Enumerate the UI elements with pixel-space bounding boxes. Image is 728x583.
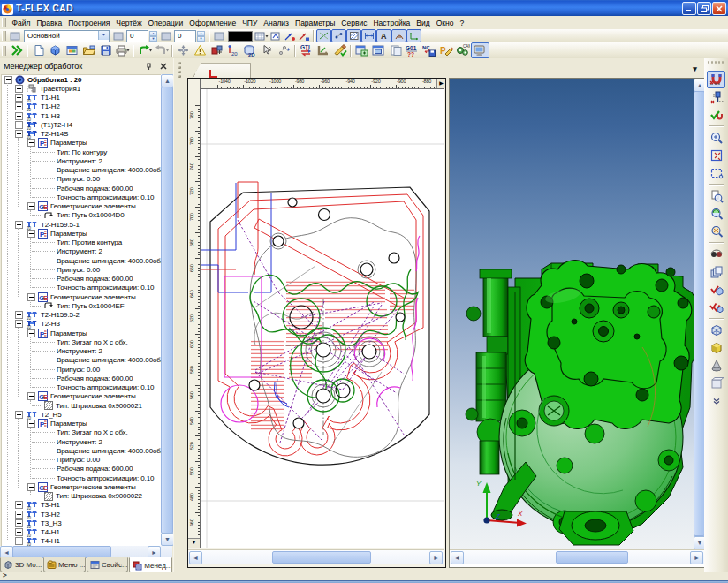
- collapse-icon[interactable]: [15, 221, 23, 229]
- collapse-icon[interactable]: [27, 483, 35, 491]
- view3d-vscrollbar[interactable]: ▲ ▼: [694, 79, 704, 549]
- toggle-nodes-button[interactable]: [331, 29, 346, 42]
- collapse-icon[interactable]: [27, 139, 35, 147]
- tree-hscrollbar[interactable]: ◄ ►: [0, 546, 172, 557]
- nodes-tool-button[interactable]: [276, 43, 292, 57]
- view3d-hscrollbar[interactable]: ◄ ►: [450, 549, 704, 564]
- layers-button[interactable]: [111, 30, 125, 42]
- tree-row[interactable]: 20T4-H1: [2, 528, 162, 537]
- scroll-thumb[interactable]: [161, 87, 173, 534]
- redo-button[interactable]: [153, 43, 170, 57]
- window-preview-button[interactable]: [370, 43, 387, 57]
- expand-icon[interactable]: [15, 537, 23, 545]
- scroll-left-icon[interactable]: ◄: [451, 551, 464, 564]
- assembly-button[interactable]: [209, 43, 225, 57]
- cone-render-button[interactable]: [707, 357, 725, 375]
- tree-row[interactable]: Рабочая подача: 600.00: [2, 465, 162, 473]
- tree-vscrollbar[interactable]: ▲ ▼: [161, 74, 172, 546]
- pin-icon[interactable]: [142, 61, 153, 72]
- page-copy-button[interactable]: [387, 43, 404, 57]
- tree-row[interactable]: Точность аппроксимации: 0.10: [2, 383, 162, 392]
- gears-cam-button[interactable]: CAM: [454, 43, 471, 57]
- expand-icon[interactable]: [15, 121, 23, 129]
- tree-row[interactable]: 20T3-H2: [2, 510, 162, 519]
- tree-row[interactable]: Инструмент: 2: [2, 156, 162, 165]
- tree-row[interactable]: PПараметры: [2, 139, 162, 148]
- snap-apply-button[interactable]: [707, 106, 725, 124]
- menu-?[interactable]: ?: [457, 17, 467, 29]
- toggle-texts-button[interactable]: A: [376, 29, 391, 42]
- tree-row[interactable]: 20T2-H159.5-1: [2, 220, 162, 229]
- panel-close-icon[interactable]: [158, 61, 169, 72]
- tree-row[interactable]: 20T1-H3: [2, 111, 162, 120]
- toggle-dimensions-button[interactable]: [361, 29, 376, 42]
- restore-button[interactable]: [697, 2, 711, 15]
- collapse-chevrons-button[interactable]: [8, 43, 25, 57]
- menu-построения[interactable]: Построения: [65, 17, 113, 29]
- collapse-icon[interactable]: [27, 230, 35, 238]
- tree-row[interactable]: 20T1-H2: [2, 102, 162, 111]
- cube-shaded-button[interactable]: [707, 339, 725, 357]
- menu-файл[interactable]: Файл: [9, 17, 34, 29]
- frame-select-button[interactable]: [707, 164, 725, 182]
- color-swatch[interactable]: [228, 31, 253, 42]
- collapse-icon[interactable]: [27, 293, 35, 301]
- snap-move-blue-button[interactable]: [297, 30, 311, 42]
- tree-row[interactable]: 20T2_H5: [2, 410, 162, 419]
- panel-splitter[interactable]: [173, 58, 188, 572]
- combobox-arrow-icon[interactable]: [98, 31, 109, 40]
- view-3d[interactable]: Y Z X: [450, 79, 694, 549]
- snap-magnet-button[interactable]: [707, 71, 725, 88]
- tree-row[interactable]: Рабочая подача: 600.00: [2, 374, 162, 382]
- layers-stack-button[interactable]: [707, 263, 725, 281]
- menu-вид[interactable]: Вид: [413, 17, 433, 29]
- tree-row[interactable]: Вращение шпинделя: 4000.00об/мин: [2, 166, 162, 175]
- tree-row[interactable]: 20T3_H3: [2, 519, 162, 527]
- page-tab[interactable]: [192, 63, 251, 79]
- tree-row[interactable]: GEГеометрические элементы: [2, 292, 162, 301]
- collapse-icon[interactable]: [27, 202, 35, 210]
- tree-row[interactable]: Вращение шпинделя: 4000.00об/мин: [2, 446, 162, 455]
- pages-2d-button[interactable]: 2D: [242, 43, 259, 57]
- more-button[interactable]: [707, 392, 725, 410]
- menu-оформление[interactable]: Оформление: [186, 17, 239, 29]
- profile-corner-button[interactable]: [315, 43, 331, 57]
- style-combobox[interactable]: Основной: [24, 30, 110, 42]
- collapse-icon[interactable]: [15, 411, 23, 419]
- expand-icon[interactable]: [15, 311, 23, 319]
- tree-row[interactable]: GEГеометрические элементы: [2, 482, 162, 491]
- tree-row[interactable]: Вращение шпинделя: 4000.00об/мин: [2, 256, 162, 265]
- tree-row[interactable]: GEГеометрические элементы: [2, 202, 162, 211]
- tree-row[interactable]: Точность аппроксимации: 0.10: [2, 284, 162, 292]
- tree-row[interactable]: Тип: Путь 0x10004D0: [2, 211, 162, 220]
- tree-row[interactable]: Тип: Зигзаг по X с обх.: [2, 337, 162, 346]
- zoom-window-button[interactable]: [707, 129, 725, 147]
- menu-grip[interactable]: [2, 18, 6, 27]
- zoom-page-button[interactable]: [707, 187, 725, 205]
- level-spinbox[interactable]: 0: [174, 30, 196, 42]
- undo-button[interactable]: [136, 43, 153, 57]
- regenerate-button[interactable]: [707, 299, 725, 316]
- page-setup-button[interactable]: [8, 30, 22, 42]
- tree-row[interactable]: PПараметры: [2, 229, 162, 238]
- menu-операции[interactable]: Операции: [145, 17, 186, 29]
- measure-20-button[interactable]: 20: [225, 43, 242, 57]
- machine-monitor-button[interactable]: [471, 42, 489, 58]
- menu-анализ[interactable]: Анализ: [261, 17, 292, 29]
- snap-pin-button[interactable]: [707, 88, 725, 106]
- tree-row[interactable]: Припуск: 0.00: [2, 265, 162, 274]
- postprocessor-button[interactable]: P: [437, 43, 454, 57]
- canvas-hscrollbar[interactable]: ◄ ►: [188, 549, 444, 564]
- approve-pencil-button[interactable]: [331, 43, 348, 57]
- expand-icon[interactable]: [15, 501, 23, 509]
- toggle-hatch-button[interactable]: [346, 29, 361, 42]
- print-button[interactable]: [114, 43, 131, 57]
- edit-cursor-button[interactable]: [259, 43, 276, 57]
- hide-elements-button[interactable]: [707, 246, 725, 263]
- expand-icon[interactable]: [15, 519, 23, 527]
- zoom-dynamic-button[interactable]: [707, 223, 725, 240]
- tree-row[interactable]: GEГеометрические элементы: [2, 392, 162, 401]
- menu-настройка[interactable]: Настройка: [370, 17, 413, 29]
- scroll-down-icon[interactable]: ▼: [161, 533, 174, 546]
- redraw-button[interactable]: [707, 281, 725, 299]
